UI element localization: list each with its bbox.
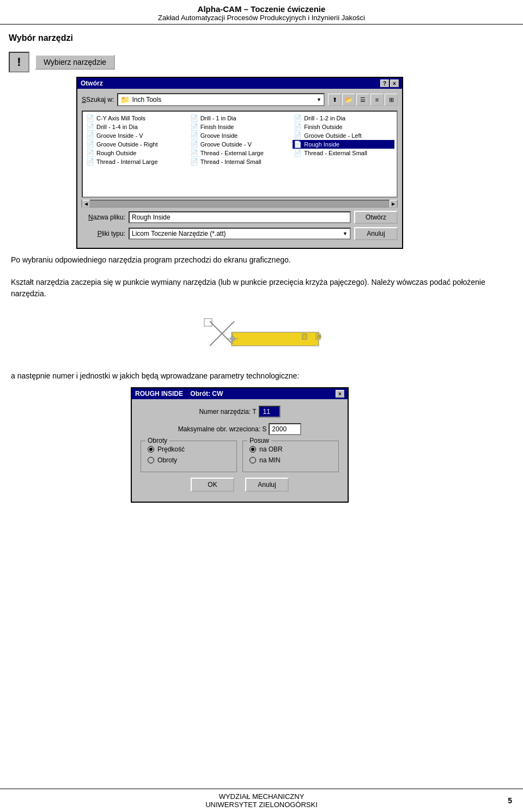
filetype-combo[interactable]: Licom Toczenie Narzędzie (*.att) ▼ [129,228,351,240]
list-item[interactable]: 📄 Groove Outside - Left [293,131,394,140]
list-item[interactable]: 📄 Groove Outside - V [189,140,291,149]
look-in-toolbar: ⬆ 📂 ☰ ≡ ⊞ [328,94,398,106]
folder-icon: 📁 [120,95,130,104]
file-name: Drill - 1-2 in Dia [304,115,345,121]
current-folder: Inch Tools [132,96,161,103]
numer-input[interactable]: 11 [259,406,281,418]
file-name: Finish Inside [200,124,234,130]
file-icon: 📄 [294,141,302,148]
namin-radio[interactable] [250,457,256,463]
list-item[interactable]: 📄 Thread - Internal Small [189,157,291,166]
list-item-selected[interactable]: 📄 Rough Inside [293,140,394,149]
posuw-group: Posuw na OBR na MIN [242,441,339,472]
obroty-label: Obroty [157,456,177,464]
page-title: Alpha-CAM – Toczenie ćwiczenie [0,4,523,14]
file-icon: 📄 [190,123,198,131]
list-item[interactable]: 📄 Groove Inside [189,131,291,140]
file-icon: 📄 [86,158,94,166]
maks-input[interactable] [269,423,301,435]
posuw-group-title: Posuw [247,437,271,444]
anuluj-button[interactable]: Anuluj [245,478,289,492]
file-icon: 📄 [86,123,94,131]
list-item[interactable]: 📄 Thread - Internal Large [85,157,187,166]
scroll-left-button[interactable]: ◀ [82,200,90,207]
tool-svg [193,316,330,359]
filetype-label: Pliki typu: [82,230,125,237]
page-footer: WYDZIAŁ MECHANICZNY UNIWERSYTET ZIELONOG… [0,789,523,812]
list-item[interactable]: 📄 Thread - External Small [293,149,394,157]
file-name: Groove Outside - V [200,141,252,148]
list-item[interactable]: 📄 Finish Inside [189,123,291,131]
page-header: Alpha-CAM – Toczenie ćwiczenie Zakład Au… [0,0,523,25]
file-name: Drill - 1-4 in Dia [96,124,138,130]
namin-label: na MIN [259,456,281,464]
rough-close-button[interactable]: × [336,390,344,398]
rough-dialog-title: ROUGH INSIDE Obrót: CW [135,390,223,398]
list-item[interactable]: 📄 C-Y Axis Mill Tools [85,114,187,123]
radio-predkosc-row: Prędkość [148,445,230,453]
obroty-group-title: Obroty [145,437,169,444]
horizontal-scrollbar[interactable]: ◀ ▶ [82,200,398,207]
view-toggle-button[interactable]: ☰ [356,94,369,106]
open-button[interactable]: Otwórz [354,211,398,224]
wybierz-narzedzie-button[interactable]: Wybierz narzędzie [35,54,115,70]
filename-input[interactable] [129,211,351,223]
list-item[interactable]: 📄 Drill - 1 in Dia [189,114,291,123]
file-name: Groove Inside - V [96,132,143,139]
details-button[interactable]: ≡ [370,94,384,106]
rough-dialog-body: Numer narzędzia: T 11 Maksymalne obr. wr… [132,399,348,502]
list-item[interactable]: 📄 Groove Outside - Right [85,140,187,149]
list-item[interactable]: 📄 Drill - 1-2 in Dia [293,114,394,123]
naobr-label: na OBR [259,445,283,453]
list-item[interactable]: 📄 Thread - External Large [189,149,291,157]
cancel-button[interactable]: Anuluj [354,227,398,240]
predkosc-radio[interactable] [148,446,154,453]
file-icon: 📄 [190,158,198,166]
look-in-row: SSzukaj w: 📁 Inch Tools ▼ ⬆ 📂 ☰ ≡ ⊞ [82,93,398,106]
groups-row: Obroty Prędkość Obroty Posuw na OBR [141,441,339,472]
help-button[interactable]: ? [380,80,389,87]
look-in-combo[interactable]: 📁 Inch Tools ▼ [117,93,325,106]
list-item[interactable]: 📄 Finish Outside [293,123,394,131]
file-name: Thread - External Large [200,150,264,156]
file-icon: 📄 [190,132,198,139]
dialog-body: SSzukaj w: 📁 Inch Tools ▼ ⬆ 📂 ☰ ≡ ⊞ [77,89,402,248]
numer-narzedzia-row: Numer narzędzia: T 11 [141,406,339,418]
file-icon: 📄 [294,114,302,122]
section-heading: Wybór narzędzi [0,30,523,46]
combo-arrow-icon: ▼ [317,97,321,102]
rough-dialog-buttons: OK Anuluj [141,478,339,492]
combo-dropdown-icon: ▼ [343,231,348,236]
preview-button[interactable]: ⊞ [385,94,398,106]
file-icon: 📄 [86,141,94,148]
file-name: Thread - External Small [304,150,367,156]
scroll-track [90,200,390,207]
up-folder-button[interactable]: ⬆ [328,94,341,106]
file-name: C-Y Axis Mill Tools [96,115,145,121]
list-item[interactable]: 📄 Drill - 1-4 in Dia [85,123,187,131]
rough-dialog: ROUGH INSIDE Obrót: CW × Numer narzędzia… [131,387,349,503]
file-name: Groove Outside - Left [304,132,361,139]
titlebar-buttons: ? × [380,80,399,87]
dialog-title: Otwórz [81,80,103,87]
ok-button[interactable]: OK [191,478,234,492]
list-item[interactable]: 📄 Rough Outside [85,149,187,157]
filetype-value: Licom Toczenie Narzędzie (*.att) [132,230,226,237]
new-folder-button[interactable]: 📂 [342,94,355,106]
footer-text: WYDZIAŁ MECHANICZNY UNIWERSYTET ZIELONOG… [178,792,345,809]
list-item[interactable]: 📄 Groove Inside - V [85,131,187,140]
naobr-radio[interactable] [250,446,256,453]
scroll-right-button[interactable]: ▶ [390,200,397,207]
close-button[interactable]: × [390,80,399,87]
svg-rect-5 [318,335,321,338]
filetype-row: Pliki typu: Licom Toczenie Narzędzie (*.… [82,227,398,240]
footer-line1: WYDZIAŁ MECHANICZNY [178,792,345,801]
obroty-radio[interactable] [148,457,154,463]
file-name: Rough Inside [304,141,339,148]
radio-naobr-row: na OBR [250,445,332,453]
file-name: Groove Inside [200,132,238,139]
wybor-icon: ! [9,52,29,72]
file-name: Rough Outside [96,150,136,156]
file-icon: 📄 [294,149,302,157]
file-name: Thread - Internal Large [96,158,158,165]
